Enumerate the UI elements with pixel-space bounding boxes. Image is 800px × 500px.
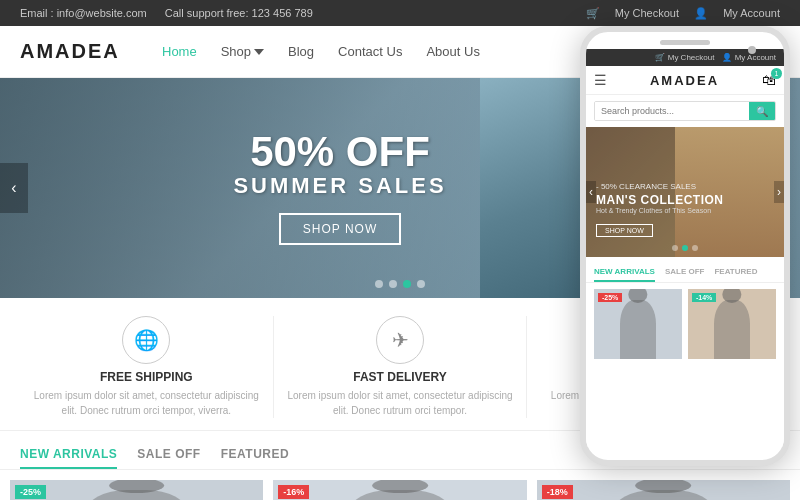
hero-dots	[375, 280, 425, 288]
phone-product-badge-1: -25%	[598, 293, 622, 302]
product-badge-3: -18%	[542, 485, 573, 499]
phone-camera	[748, 46, 756, 54]
hero-dot-3[interactable]	[403, 280, 411, 288]
phone-account[interactable]: 👤 My Account	[722, 53, 776, 62]
phone-search-bar: 🔍	[594, 101, 776, 121]
hero-dot-1[interactable]	[375, 280, 383, 288]
tab-new-arrivals[interactable]: NEW ARRIVALS	[20, 441, 117, 469]
phone-tab-sale-off[interactable]: SALE OFF	[665, 263, 705, 282]
tab-featured[interactable]: FEATURED	[221, 441, 289, 469]
phone-hero-dot-3[interactable]	[692, 245, 698, 251]
feature-delivery-title: FAST DELIVERY	[284, 370, 517, 384]
hero-prev-arrow[interactable]: ‹	[0, 163, 28, 213]
phone-hero-next[interactable]: ›	[774, 181, 784, 203]
phone-hero-sub: - 50% CLEARANCE SALES	[596, 182, 724, 191]
phone-overlay: 🛒 My Checkout 👤 My Account ☰ AMADEA 🛍 1 …	[580, 26, 800, 500]
logo: AMADEA	[20, 40, 140, 63]
hero-dot-2[interactable]	[389, 280, 397, 288]
phone-hero-desc: Hot & Trendy Clothes of This Season	[596, 207, 724, 214]
hero-dot-4[interactable]	[417, 280, 425, 288]
nav-shop[interactable]: Shop	[209, 26, 276, 78]
nav-about[interactable]: About Us	[414, 26, 491, 78]
phone-hero-btn[interactable]: SHOP NOW	[596, 224, 653, 237]
nav-contact[interactable]: Contact Us	[326, 26, 414, 78]
phone-product-1[interactable]: -25%	[594, 289, 682, 359]
hero-discount: 50% OFF	[233, 131, 446, 173]
phone-hero-prev[interactable]: ‹	[586, 181, 596, 203]
product-image-1: -25%	[10, 480, 263, 500]
feature-shipping-title: FREE SHIPPING	[30, 370, 263, 384]
plane-icon: ✈	[376, 316, 424, 364]
product-card-1[interactable]: -25%	[10, 480, 263, 500]
tab-sale-off[interactable]: SALE OFF	[137, 441, 200, 469]
top-bar-contact: Email : info@website.com Call support fr…	[20, 7, 328, 19]
phone-product-badge-2: -14%	[692, 293, 716, 302]
phone-cart-badge: 1	[771, 68, 782, 79]
account-link[interactable]: 👤 My Account	[694, 7, 780, 19]
top-bar-actions: 🛒 My Checkout 👤 My Account	[574, 7, 780, 20]
email-info: Email : info@website.com	[20, 7, 147, 19]
phone-hero-title: MAN'S COLLECTION	[596, 193, 724, 207]
phone-search-input[interactable]	[595, 102, 749, 120]
phone-hero: - 50% CLEARANCE SALES MAN'S COLLECTION H…	[586, 127, 784, 257]
top-bar: Email : info@website.com Call support fr…	[0, 0, 800, 26]
phone-hero-dot-1[interactable]	[672, 245, 678, 251]
hero-subtitle: SUMMER SALES	[233, 173, 446, 199]
phone-hero-dot-2[interactable]	[682, 245, 688, 251]
phone-products-row: -25% -14%	[586, 283, 784, 365]
phone-tab-new-arrivals[interactable]: NEW ARRIVALS	[594, 263, 655, 282]
phone-tab-featured[interactable]: FEATURED	[714, 263, 757, 282]
phone-cart-icon[interactable]: 🛍 1	[762, 72, 776, 88]
hamburger-icon[interactable]: ☰	[594, 72, 607, 88]
phone-product-image-1: -25%	[594, 289, 682, 359]
product-image-2: -16%	[273, 480, 526, 500]
nav-blog[interactable]: Blog	[276, 26, 326, 78]
phone-logo: AMADEA	[650, 73, 719, 88]
feature-delivery-text: Lorem ipsum dolor sit amet, consectetur …	[284, 388, 517, 418]
phone-search-button[interactable]: 🔍	[749, 102, 775, 120]
product-badge-2: -16%	[278, 485, 309, 499]
phone-checkout[interactable]: 🛒 My Checkout	[655, 53, 714, 62]
phone-frame: 🛒 My Checkout 👤 My Account ☰ AMADEA 🛍 1 …	[580, 26, 790, 466]
phone-hero-content: - 50% CLEARANCE SALES MAN'S COLLECTION H…	[596, 182, 724, 237]
checkout-link[interactable]: 🛒 My Checkout	[586, 7, 679, 19]
phone-hero-dots	[672, 245, 698, 251]
phone-speaker	[660, 40, 710, 45]
product-card-2[interactable]: -16%	[273, 480, 526, 500]
feature-shipping: 🌐 FREE SHIPPING Lorem ipsum dolor sit am…	[20, 316, 274, 418]
feature-shipping-text: Lorem ipsum dolor sit amet, consectetur …	[30, 388, 263, 418]
feature-delivery: ✈ FAST DELIVERY Lorem ipsum dolor sit am…	[274, 316, 528, 418]
nav-home[interactable]: Home	[150, 26, 209, 78]
product-badge-1: -25%	[15, 485, 46, 499]
globe-icon: 🌐	[122, 316, 170, 364]
phone-info: Call support free: 123 456 789	[165, 7, 313, 19]
phone-header: ☰ AMADEA 🛍 1	[586, 66, 784, 95]
hero-shop-button[interactable]: SHOP NOW	[279, 213, 401, 245]
phone-tabs: NEW ARRIVALS SALE OFF FEATURED	[586, 257, 784, 283]
phone-product-image-2: -14%	[688, 289, 776, 359]
phone-screen: 🛒 My Checkout 👤 My Account ☰ AMADEA 🛍 1 …	[586, 49, 784, 447]
phone-product-2[interactable]: -14%	[688, 289, 776, 359]
hero-content: 50% OFF SUMMER SALES SHOP NOW	[233, 131, 446, 245]
